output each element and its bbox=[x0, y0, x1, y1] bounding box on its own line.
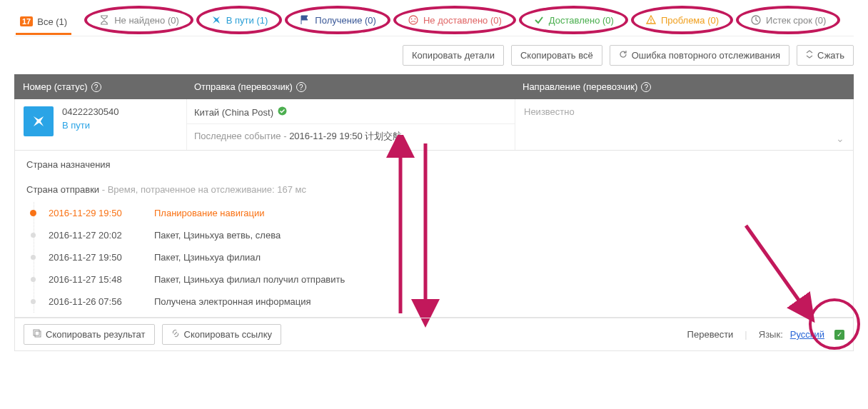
toolbar: Копировать детали Скопировать всё Ошибка… bbox=[14, 36, 854, 74]
timeline-event: 2016-11-27 19:50 Пакет, Цзиньхуа филиал bbox=[49, 246, 842, 268]
tab-not-found[interactable]: Не найдено (0) bbox=[94, 11, 183, 29]
event-date: 2016-11-27 15:48 bbox=[49, 274, 141, 285]
warning-icon bbox=[645, 14, 657, 26]
footer-bar: Скопировать результат Скопировать ссылку… bbox=[14, 318, 854, 351]
event-date: 2016-11-26 07:56 bbox=[49, 296, 141, 307]
expand-icon[interactable]: ⌄ bbox=[836, 133, 844, 144]
result-row[interactable]: 04222230540 В пути Китай (China Post) По… bbox=[14, 99, 854, 151]
header-number-status: Номер (статус)? bbox=[23, 81, 194, 92]
copy-result-button[interactable]: Скопировать результат bbox=[24, 324, 155, 345]
header-destination: Направление (перевозчик)? bbox=[523, 81, 845, 92]
svg-rect-10 bbox=[34, 330, 39, 335]
tracking-number: 04222230540 bbox=[62, 106, 119, 117]
tab-label: Доставлено (0) bbox=[549, 15, 614, 26]
flag-icon bbox=[299, 14, 311, 26]
clock-icon bbox=[750, 14, 762, 26]
timeline-event: 2016-11-26 07:56 Получена электронная ин… bbox=[49, 291, 842, 313]
tracking-details: Страна назначения Страна отправки - Врем… bbox=[14, 151, 854, 318]
help-icon[interactable]: ? bbox=[296, 82, 306, 92]
hourglass-icon bbox=[99, 14, 110, 26]
tab-label: Не доставлено (0) bbox=[423, 15, 502, 26]
svg-point-0 bbox=[409, 16, 418, 24]
timeline-event: 2016-11-27 20:02 Пакет, Цзиньхуа ветвь, … bbox=[49, 224, 842, 246]
check-icon bbox=[533, 14, 545, 26]
event-date: 2016-11-27 19:50 bbox=[49, 252, 141, 263]
event-text: Планирование навигации bbox=[154, 208, 842, 218]
help-icon[interactable]: ? bbox=[641, 82, 651, 92]
language-applied-icon: ✓ bbox=[834, 330, 844, 340]
plane-icon bbox=[211, 14, 222, 26]
copy-icon bbox=[33, 329, 41, 340]
help-icon[interactable]: ? bbox=[91, 82, 101, 92]
event-text: Получена электронная информация bbox=[154, 296, 842, 307]
svg-point-1 bbox=[411, 19, 413, 20]
last-event-value: 2016-11-29 19:50 计划交航 bbox=[289, 131, 402, 141]
event-date: 2016-11-27 20:02 bbox=[49, 230, 141, 241]
language-label: Язык: bbox=[759, 329, 783, 340]
timeline-event: 2016-11-29 19:50 Планирование навигации bbox=[49, 202, 842, 224]
collapse-button[interactable]: Сжать bbox=[797, 45, 854, 66]
refresh-icon bbox=[619, 50, 627, 61]
tab-undelivered[interactable]: Не доставлено (0) bbox=[403, 11, 506, 29]
svg-point-4 bbox=[650, 22, 652, 24]
tab-label: Не найдено (0) bbox=[114, 15, 179, 26]
origin-country-label: Страна отправки bbox=[26, 184, 99, 195]
tab-in-transit[interactable]: В пути (1) bbox=[206, 11, 273, 29]
tab-label: Все (1) bbox=[37, 16, 67, 27]
svg-point-2 bbox=[415, 19, 416, 20]
tab-alert[interactable]: Проблема (0) bbox=[641, 11, 723, 29]
tab-all[interactable]: 17 Все (1) bbox=[16, 14, 71, 35]
copy-link-button[interactable]: Скопировать ссылку bbox=[162, 324, 282, 345]
tab-pickup[interactable]: Получение (0) bbox=[295, 11, 380, 29]
brand-logo: 17 bbox=[20, 16, 33, 26]
header-shipment: Отправка (перевозчик)? bbox=[194, 81, 523, 92]
copy-details-button[interactable]: Копировать детали bbox=[403, 45, 504, 66]
event-text: Пакет, Цзиньхуа филиал получил отправить bbox=[154, 274, 842, 285]
copy-all-button[interactable]: Скопировать всё bbox=[511, 45, 602, 66]
destination-country-label: Страна назначения bbox=[26, 159, 842, 170]
collapse-icon bbox=[806, 50, 813, 61]
tab-label: Истек срок (0) bbox=[766, 15, 826, 26]
destination-carrier: Неизвестно bbox=[524, 106, 575, 117]
svg-rect-9 bbox=[35, 331, 41, 337]
tab-delivered[interactable]: Доставлено (0) bbox=[529, 11, 618, 29]
tracking-timeline: 2016-11-29 19:50 Планирование навигации … bbox=[34, 202, 842, 313]
tab-label: Проблема (0) bbox=[661, 15, 719, 26]
event-text: Пакет, Цзиньхуа ветвь, слева bbox=[154, 230, 842, 241]
language-selector[interactable]: Русский bbox=[790, 329, 824, 340]
results-header: Номер (статус)? Отправка (перевозчик)? Н… bbox=[14, 74, 854, 99]
retrack-error-button[interactable]: Ошибка повторного отслеживания bbox=[610, 45, 789, 66]
sad-face-icon bbox=[408, 14, 419, 26]
timeline-event: 2016-11-27 15:48 Пакет, Цзиньхуа филиал … bbox=[49, 268, 842, 291]
origin-carrier: Китай (China Post) bbox=[194, 107, 273, 118]
link-icon bbox=[171, 329, 180, 340]
event-date: 2016-11-29 19:50 bbox=[49, 208, 141, 218]
status-tabs: 17 Все (1) Не найдено (0) В пути (1) Пол… bbox=[14, 7, 854, 36]
verified-icon bbox=[278, 106, 287, 118]
tab-label: Получение (0) bbox=[315, 15, 376, 26]
tracking-time-spent: - Время, потраченное на отслеживание: 16… bbox=[99, 184, 306, 195]
tab-label: В пути (1) bbox=[226, 15, 268, 26]
transit-status-icon bbox=[24, 106, 54, 136]
last-event-label: Последнее событие - bbox=[194, 131, 287, 141]
tab-expired[interactable]: Истек срок (0) bbox=[746, 11, 830, 29]
event-text: Пакет, Цзиньхуа филиал bbox=[154, 252, 842, 263]
tracking-status: В пути bbox=[62, 120, 119, 131]
translate-link[interactable]: Перевести bbox=[687, 329, 734, 340]
